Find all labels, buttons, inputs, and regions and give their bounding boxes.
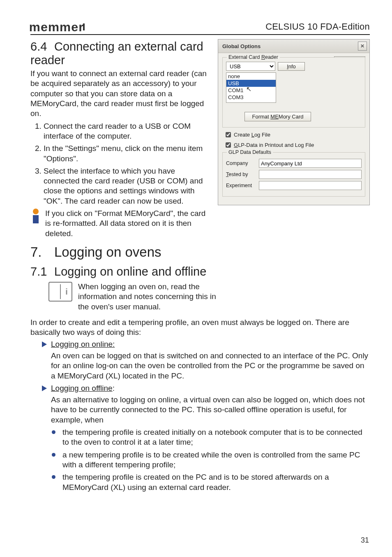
- bullet-icon: [52, 430, 55, 434]
- tested-by-field[interactable]: [259, 170, 362, 179]
- section-7-1-heading: 7.1Logging on online and offline: [30, 265, 370, 278]
- offline-text: As an alternative to logging on online, …: [51, 395, 370, 425]
- online-text: An oven can be logged on that is switche…: [51, 351, 370, 381]
- offline-label: Logging on offline: [51, 384, 113, 392]
- list-item[interactable]: none: [226, 73, 276, 80]
- company-field[interactable]: [259, 159, 362, 168]
- glp-data-checkbox[interactable]: [226, 142, 231, 148]
- list-item[interactable]: COM1: [226, 87, 276, 94]
- triangle-bullet-icon: [42, 385, 47, 391]
- close-icon[interactable]: ✕: [358, 42, 367, 51]
- company-label: Company: [226, 160, 256, 166]
- triangle-bullet-icon: [42, 341, 47, 347]
- bullet-icon: [52, 475, 55, 479]
- list-item[interactable]: USB: [226, 80, 276, 87]
- online-label: Logging on online:: [51, 340, 115, 348]
- list-item: the tempering profile is created initial…: [52, 427, 370, 448]
- dialog-title: Global Options: [222, 43, 261, 49]
- group-external-card-reader: External Card Reader: [227, 54, 280, 60]
- create-log-label: Create Log File: [234, 132, 270, 138]
- experiment-label: Experiment: [226, 183, 256, 188]
- list-item: a new tempering profile is to be created…: [52, 450, 370, 470]
- section-7-1-para: In order to create and edit a tempering …: [30, 318, 370, 338]
- list-item[interactable]: COM3: [226, 94, 276, 101]
- reader-listbox[interactable]: none USB COM1 COM3 ↖: [226, 72, 276, 103]
- glp-data-label: GLP-Data in Printout and Log File: [234, 142, 314, 148]
- manual-icon: i: [48, 282, 72, 302]
- page-number: 31: [361, 536, 369, 545]
- global-options-dialog: Global Options ✕ OK Cancel LAN ... Exter…: [218, 39, 370, 205]
- reader-select[interactable]: USB: [226, 62, 275, 71]
- brand-logo: memmer: [29, 21, 84, 34]
- list-item: the tempering profile is created on the …: [52, 472, 370, 492]
- manual-note: When logging an oven on, read the inform…: [78, 282, 226, 312]
- doc-edition: CELSIUS 10 FDA-Edition: [265, 21, 370, 32]
- tested-by-label: Tested by: [226, 172, 256, 177]
- info-icon: [30, 209, 41, 223]
- format-note: If you click on "Format MEMoryCard", the…: [45, 209, 211, 239]
- section-7-heading: 7.Logging on ovens: [30, 244, 370, 260]
- create-log-checkbox[interactable]: [226, 132, 231, 137]
- bullet-icon: [52, 453, 55, 457]
- info-button[interactable]: Info: [278, 62, 305, 71]
- group-glp-defaults: GLP Data Defaults: [227, 149, 273, 155]
- format-memorycard-button[interactable]: Format MEMory Card: [244, 112, 311, 121]
- experiment-field[interactable]: [259, 181, 362, 190]
